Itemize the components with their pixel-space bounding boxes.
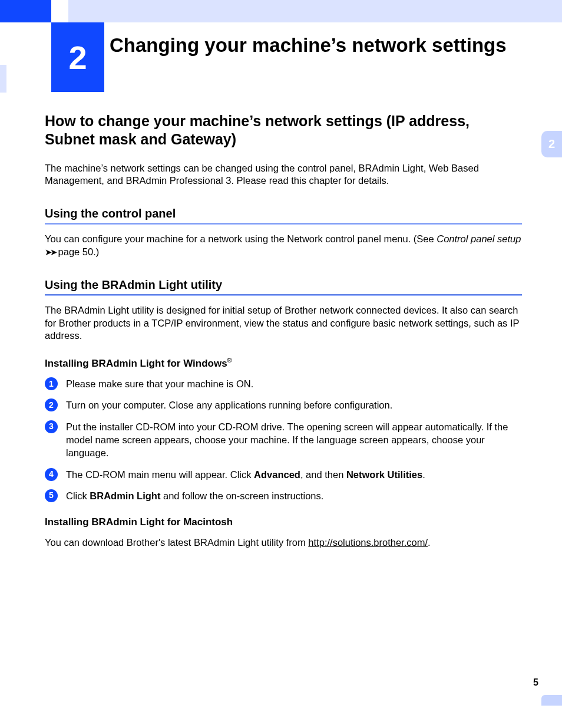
page-number: 5: [533, 677, 538, 688]
step-number-icon: 1: [45, 377, 58, 390]
step-bold: Advanced: [254, 469, 300, 480]
list-item: 4 The CD-ROM main menu will appear. Clic…: [45, 468, 522, 481]
list-item: 2 Turn on your computer. Close any appli…: [45, 398, 522, 411]
chapter-number-box: 2: [51, 22, 104, 92]
minorhead-install-mac: Installing BRAdmin Light for Macintosh: [45, 516, 522, 528]
list-item: 3 Put the installer CD-ROM into your CD-…: [45, 420, 522, 460]
minorhead-install-win: Installing BRAdmin Light for Windows®: [45, 357, 522, 370]
content-area: How to change your machine’s network set…: [45, 112, 522, 561]
control-panel-body: You can configure your machine for a net…: [45, 233, 522, 258]
registered-mark: ®: [227, 357, 232, 364]
step-number-icon: 5: [45, 489, 58, 502]
step-text: Please make sure that your machine is ON…: [66, 378, 253, 389]
step-text: Click: [66, 490, 90, 501]
side-tab: 2: [541, 131, 562, 157]
section-intro: The machine’s network settings can be ch…: [45, 162, 522, 187]
top-left-strip: [0, 0, 51, 22]
subhead-bradmin: Using the BRAdmin Light utility: [45, 278, 522, 292]
chapter-number: 2: [68, 38, 87, 77]
subhead-rule: [45, 294, 522, 296]
subhead-control-panel: Using the control panel: [45, 207, 522, 220]
body-text: You can configure your machine for a net…: [45, 233, 437, 244]
bradmin-body: The BRAdmin Light utility is designed fo…: [45, 304, 522, 342]
list-item: 5 Click BRAdmin Light and follow the on-…: [45, 489, 522, 502]
arrows-icon: ➤➤: [45, 247, 55, 257]
step-post: .: [422, 469, 425, 480]
chapter-title: Changing your machine’s network settings: [110, 34, 538, 57]
step-text: Turn on your computer. Close any applica…: [66, 400, 392, 410]
subhead-rule: [45, 223, 522, 225]
step-number-icon: 2: [45, 398, 58, 411]
list-item: 1 Please make sure that your machine is …: [45, 377, 522, 390]
step-number-icon: 3: [45, 420, 58, 433]
left-accent-bar: [0, 65, 6, 93]
install-mac-body: You can download Brother's latest BRAdmi…: [45, 536, 522, 549]
step-mid: , and then: [300, 469, 346, 480]
crossref-text: Control panel setup: [437, 233, 521, 244]
body-text: You can download Brother's latest BRAdmi…: [45, 537, 308, 548]
step-bold: Network Utilities: [346, 469, 422, 480]
body-text-post: page 50.): [55, 246, 99, 257]
top-pale-bar: [68, 0, 562, 22]
bottom-right-tab: [541, 695, 562, 706]
section-title: How to change your machine’s network set…: [45, 112, 522, 149]
install-win-steps: 1 Please make sure that your machine is …: [45, 377, 522, 502]
heading-text: Installing BRAdmin Light for Windows: [45, 357, 227, 368]
body-post: .: [428, 537, 431, 548]
step-mid: and follow the on-screen instructions.: [160, 490, 323, 501]
solutions-link[interactable]: http://solutions.brother.com/: [308, 537, 428, 548]
step-text: The CD-ROM main menu will appear. Click: [66, 469, 254, 480]
step-number-icon: 4: [45, 468, 58, 481]
step-text: Put the installer CD-ROM into your CD-RO…: [66, 421, 508, 459]
step-bold: BRAdmin Light: [90, 490, 160, 501]
side-tab-number: 2: [548, 137, 555, 151]
